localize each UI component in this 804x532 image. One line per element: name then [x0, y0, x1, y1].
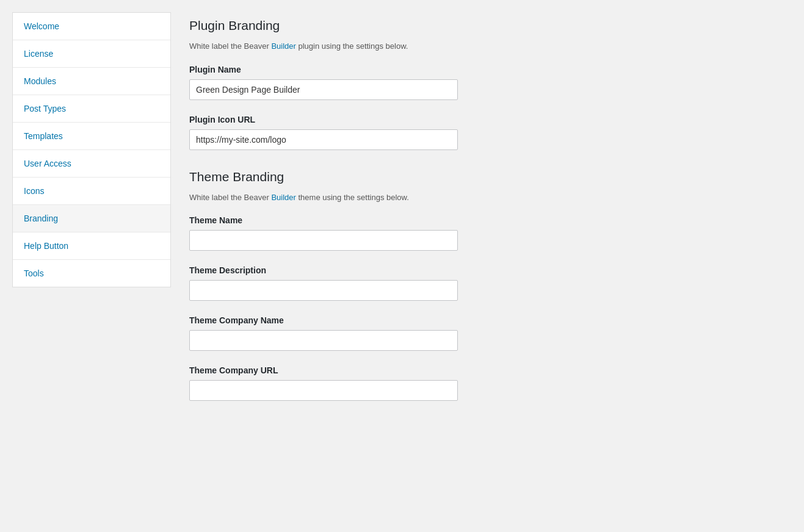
- sidebar-item-post-types[interactable]: Post Types: [13, 95, 170, 123]
- sidebar-item-templates[interactable]: Templates: [13, 123, 170, 150]
- theme-description-field-group: Theme Description: [189, 265, 773, 301]
- theme-branding-desc-prefix: White label the Beaver: [189, 193, 271, 202]
- sidebar-item-license[interactable]: License: [13, 40, 170, 68]
- theme-branding-desc-link: Builder: [271, 193, 295, 202]
- theme-branding-section: Theme Branding White label the Beaver Bu…: [189, 170, 773, 401]
- plugin-name-label: Plugin Name: [189, 65, 773, 74]
- plugin-branding-description: White label the Beaver Builder plugin us…: [189, 40, 773, 52]
- theme-description-input[interactable]: [189, 280, 458, 301]
- theme-company-name-field-group: Theme Company Name: [189, 315, 773, 351]
- sidebar-item-welcome[interactable]: Welcome: [13, 13, 170, 40]
- sidebar-item-help-button[interactable]: Help Button: [13, 232, 170, 260]
- plugin-name-field-group: Plugin Name: [189, 65, 773, 100]
- theme-branding-desc-suffix: theme using the settings below.: [296, 193, 409, 202]
- plugin-branding-desc-suffix: plugin using the settings below.: [296, 41, 408, 51]
- plugin-icon-url-input[interactable]: [189, 129, 458, 150]
- sidebar-item-user-access[interactable]: User Access: [13, 150, 170, 178]
- sidebar-item-icons[interactable]: Icons: [13, 178, 170, 205]
- sidebar-item-branding[interactable]: Branding: [13, 205, 170, 232]
- sidebar: Welcome License Modules Post Types Templ…: [12, 12, 171, 287]
- plugin-branding-desc-prefix: White label the Beaver: [189, 41, 271, 51]
- main-content: Plugin Branding White label the Beaver B…: [171, 12, 792, 520]
- plugin-icon-url-field-group: Plugin Icon URL: [189, 115, 773, 150]
- theme-company-name-input[interactable]: [189, 330, 458, 351]
- theme-company-url-label: Theme Company URL: [189, 365, 773, 375]
- theme-name-label: Theme Name: [189, 215, 773, 225]
- theme-description-label: Theme Description: [189, 265, 773, 275]
- theme-branding-description: White label the Beaver Builder theme usi…: [189, 192, 773, 204]
- plugin-branding-desc-link: Builder: [271, 41, 295, 51]
- theme-branding-title: Theme Branding: [189, 170, 773, 184]
- theme-name-field-group: Theme Name: [189, 215, 773, 251]
- plugin-icon-url-label: Plugin Icon URL: [189, 115, 773, 124]
- theme-company-url-input[interactable]: [189, 380, 458, 401]
- plugin-branding-section: Plugin Branding White label the Beaver B…: [189, 18, 773, 150]
- sidebar-item-modules[interactable]: Modules: [13, 68, 170, 95]
- plugin-branding-title: Plugin Branding: [189, 18, 773, 33]
- plugin-name-input[interactable]: [189, 79, 458, 100]
- theme-company-url-field-group: Theme Company URL: [189, 365, 773, 401]
- sidebar-item-tools[interactable]: Tools: [13, 260, 170, 287]
- theme-company-name-label: Theme Company Name: [189, 315, 773, 325]
- theme-name-input[interactable]: [189, 230, 458, 251]
